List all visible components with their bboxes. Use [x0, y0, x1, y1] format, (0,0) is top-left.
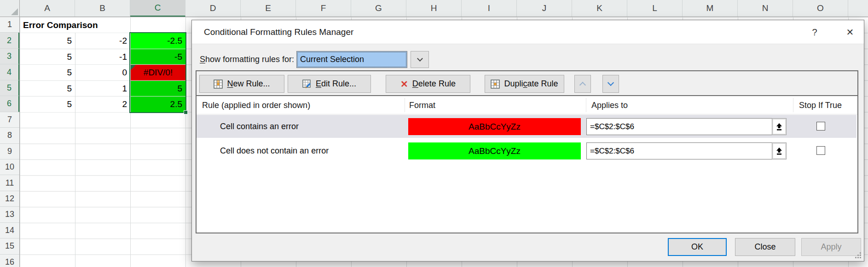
header-separator: [405, 98, 405, 112]
new-rule-label: New Rule...: [227, 79, 270, 89]
row-headers: 12345678910111213141516: [0, 17, 20, 267]
row-header-7[interactable]: 7: [0, 112, 19, 128]
column-header-L[interactable]: L: [627, 0, 683, 17]
column-headers: ABCDEFGHIJKLMNO: [20, 0, 868, 17]
grid-cell-A1[interactable]: Error Comparison: [20, 17, 130, 33]
column-header-F[interactable]: F: [296, 0, 351, 17]
rule-name: Cell does not contain an error: [220, 139, 329, 162]
chevron-up-icon: [579, 82, 586, 88]
apply-button[interactable]: Apply: [801, 238, 861, 256]
chevron-down-icon: [417, 56, 423, 62]
edit-rule-button[interactable]: Edit Rule...: [288, 75, 371, 93]
error-indicator-icon: [131, 65, 136, 70]
close-icon[interactable]: ✕: [840, 20, 860, 44]
chevron-down-icon: [608, 80, 614, 86]
combobox-dropdown-button[interactable]: [411, 51, 429, 68]
grid-cell-B3[interactable]: -1: [75, 49, 130, 64]
grid-cell-C5[interactable]: 5: [131, 81, 185, 96]
row-header-16[interactable]: 16: [0, 255, 19, 267]
column-header-A[interactable]: A: [20, 0, 75, 17]
column-header-N[interactable]: N: [738, 0, 793, 17]
row-header-4[interactable]: 4: [0, 64, 19, 80]
column-header-D[interactable]: D: [185, 0, 241, 17]
column-header-applies-to: Applies to: [591, 96, 628, 114]
row-header-6[interactable]: 6: [0, 96, 19, 112]
delete-x-icon: ✕: [400, 80, 408, 89]
format-preview-swatch: AaBbCcYyZz: [408, 142, 581, 159]
move-rule-up-button[interactable]: [574, 75, 591, 93]
grid-cell-B6[interactable]: 2: [75, 97, 130, 112]
ok-button[interactable]: OK: [668, 238, 727, 256]
stop-if-true-checkbox[interactable]: [816, 146, 825, 155]
rules-panel: New Rule... Edit Rule... ✕ Delete Rule D…: [196, 70, 858, 233]
rules-list-header: Rule (applied in order shown) Format App…: [197, 96, 857, 114]
conditional-formatting-rules-manager-dialog: Conditional Formatting Rules Manager ? ✕…: [191, 20, 864, 261]
applies-to-input[interactable]: [586, 118, 772, 135]
delete-rule-label: Delete Rule: [412, 79, 456, 89]
edit-rule-label: Edit Rule...: [316, 79, 356, 89]
resize-grip[interactable]: [855, 252, 862, 259]
grid-cell-A2[interactable]: 5: [20, 33, 75, 48]
new-rule-button[interactable]: New Rule...: [199, 75, 284, 93]
delete-rule-button[interactable]: ✕ Delete Rule: [386, 75, 470, 93]
grid-cell-C2[interactable]: -2.5: [131, 33, 185, 48]
grid-cell-A3[interactable]: 5: [20, 49, 75, 64]
grid-cell-A4[interactable]: 5: [20, 65, 75, 80]
row-header-2[interactable]: 2: [0, 33, 19, 48]
header-separator: [793, 98, 793, 112]
show-rules-combobox[interactable]: Current Selection: [296, 51, 407, 68]
grid-cell-B5[interactable]: 1: [75, 81, 130, 96]
stop-if-true-checkbox[interactable]: [816, 122, 825, 131]
row-header-5[interactable]: 5: [0, 80, 19, 96]
column-header-K[interactable]: K: [572, 0, 627, 17]
row-header-12[interactable]: 12: [0, 191, 19, 207]
row-header-8[interactable]: 8: [0, 128, 19, 143]
range-picker-button[interactable]: [772, 142, 787, 159]
help-icon[interactable]: ?: [806, 20, 823, 44]
row-header-3[interactable]: 3: [0, 49, 19, 64]
column-header-E[interactable]: E: [241, 0, 296, 17]
column-header-M[interactable]: M: [683, 0, 738, 17]
grid-cell-C3[interactable]: -5: [131, 49, 185, 64]
move-rule-down-button[interactable]: [602, 75, 619, 93]
grid-cell-C4[interactable]: #DIV/0!: [131, 65, 185, 80]
column-header-stop-if-true: Stop If True: [799, 96, 842, 114]
column-header-B[interactable]: B: [75, 0, 130, 17]
row-header-13[interactable]: 13: [0, 207, 19, 222]
rule-name: Cell contains an error: [220, 115, 299, 138]
column-header-rule: Rule (applied in order shown): [202, 96, 310, 114]
column-header-I[interactable]: I: [462, 0, 517, 17]
new-rule-grid-icon: [214, 80, 223, 89]
row-header-14[interactable]: 14: [0, 223, 19, 239]
format-preview-swatch: AaBbCcYyZz: [408, 118, 581, 135]
row-header-9[interactable]: 9: [0, 144, 19, 159]
column-header-G[interactable]: G: [351, 0, 406, 17]
edit-rule-pencil-icon: [302, 80, 312, 89]
row-header-15[interactable]: 15: [0, 239, 19, 254]
row-header-1[interactable]: 1: [0, 17, 19, 33]
column-header-O[interactable]: O: [793, 0, 848, 17]
column-header-J[interactable]: J: [517, 0, 572, 17]
show-rules-label: Show formatting rules for:: [200, 51, 294, 68]
close-button[interactable]: Close: [735, 238, 795, 256]
grid-cell-C6[interactable]: 2.5: [131, 97, 185, 112]
row-header-10[interactable]: 10: [0, 159, 19, 175]
select-all-corner[interactable]: [0, 0, 20, 17]
range-picker-button[interactable]: [772, 118, 787, 135]
duplicate-rule-button[interactable]: Duplicate Rule: [485, 75, 564, 93]
row-header-11[interactable]: 11: [0, 175, 19, 191]
grid-cell-A6[interactable]: 5: [20, 97, 75, 112]
grid-cell-B2[interactable]: -2: [75, 33, 130, 48]
column-header-partial: [848, 0, 868, 17]
grid-cell-B4[interactable]: 0: [75, 65, 130, 80]
dialog-titlebar[interactable]: Conditional Formatting Rules Manager ? ✕: [192, 20, 864, 44]
rule-row-cell-does-not-contain-error[interactable]: Cell does not contain an error AaBbCcYyZ…: [197, 139, 856, 162]
collapse-dialog-arrow-icon: [775, 147, 783, 155]
duplicate-rule-label: Duplicate Rule: [504, 79, 558, 89]
rule-row-cell-contains-error[interactable]: Cell contains an error AaBbCcYyZz: [197, 115, 856, 138]
column-header-H[interactable]: H: [406, 0, 462, 17]
column-header-format: Format: [409, 96, 435, 114]
column-header-C[interactable]: C: [130, 0, 185, 17]
applies-to-input[interactable]: [586, 142, 772, 159]
grid-cell-A5[interactable]: 5: [20, 81, 75, 96]
